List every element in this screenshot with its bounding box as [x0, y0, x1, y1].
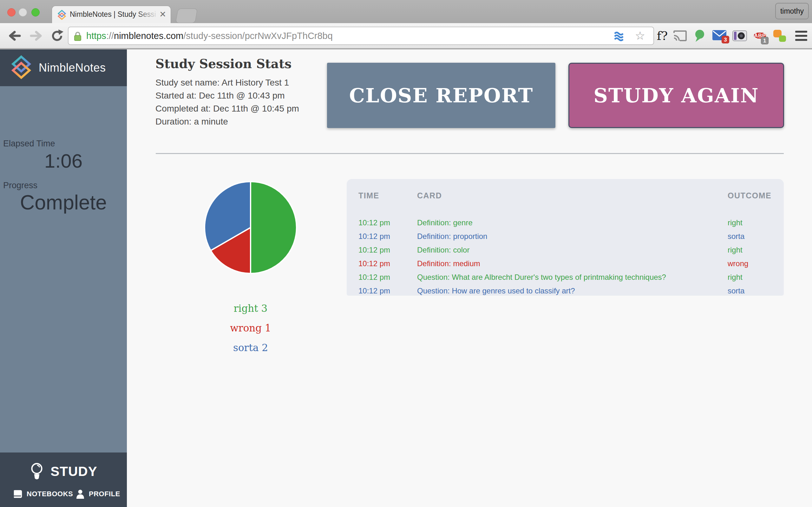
row-time: 10:12 pm — [358, 257, 390, 270]
ssl-lock-icon[interactable] — [73, 31, 82, 43]
row-outcome: right — [728, 270, 743, 284]
profile-label: PROFILE — [89, 490, 120, 498]
tab-close-icon[interactable]: ✕ — [159, 6, 166, 23]
completed-at: Completed at: Dec 11th @ 10:45 pm — [155, 102, 299, 115]
bookmark-star-icon[interactable]: ☆ — [635, 27, 645, 44]
chat-bubbles-extension-icon[interactable] — [771, 23, 788, 48]
row-time: 10:12 pm — [358, 284, 390, 297]
legend-item-wrong: wrong 1 — [203, 318, 298, 338]
nimblenotes-logo-icon — [11, 55, 32, 80]
new-tab-button[interactable] — [175, 9, 198, 23]
row-outcome: wrong — [728, 257, 748, 270]
camera-extension-icon[interactable] — [731, 23, 748, 48]
adblock-extension-icon[interactable]: ABP 1 — [751, 23, 769, 48]
study-label: STUDY — [50, 464, 97, 479]
row-card: Question: What are Albrecht Durer's two … — [417, 270, 666, 284]
elapsed-time-value: 1:06 — [0, 150, 127, 172]
window-close-button[interactable] — [7, 8, 15, 16]
table-row: 10:12 pm Question: What are Albrecht Dur… — [347, 270, 784, 284]
sidebar-item-study[interactable]: STUDY — [0, 457, 127, 486]
adblock-badge: 1 — [761, 37, 768, 44]
sidebar: NimbleNotes Elapsed Time 1:06 Progress C… — [0, 49, 127, 507]
header-time: TIME — [358, 191, 379, 200]
row-time: 10:12 pm — [358, 243, 390, 257]
titlebar: NimbleNotes | Study Sessi ✕ timothy — [0, 0, 812, 23]
row-card: Definition: medium — [417, 257, 480, 270]
url-domain: nimblenotes.com — [114, 31, 183, 41]
header-outcome: OUTCOME — [728, 191, 771, 200]
url-path: /study-session/pcrNwXvJFpThCr8bq — [183, 31, 333, 41]
back-icon — [7, 30, 21, 42]
font-finder-glyph: f? — [657, 29, 668, 43]
section-divider — [156, 153, 784, 154]
person-icon — [75, 489, 85, 499]
session-meta: Study set name: Art History Test 1 Start… — [155, 76, 299, 128]
session-table: TIME CARD OUTCOME 10:12 pm Definition: g… — [347, 179, 784, 296]
legend-item-right: right 3 — [203, 298, 298, 318]
window-minimize-button[interactable] — [19, 8, 27, 16]
row-card: Question: How are genres used to classif… — [417, 284, 575, 297]
outcomes-pie-chart — [203, 180, 298, 275]
study-again-button[interactable]: STUDY AGAIN — [568, 63, 784, 128]
cast-extension-icon[interactable] — [672, 23, 688, 48]
pie-slice-right — [251, 181, 297, 274]
table-row: 10:12 pm Definition: color right — [347, 243, 784, 257]
row-time: 10:12 pm — [358, 270, 390, 284]
row-card: Definition: genre — [417, 216, 473, 229]
sidebar-item-profile[interactable]: PROFILE — [75, 489, 120, 499]
speech-bubble-extension-icon[interactable] — [693, 23, 707, 48]
notebooks-label: NOTEBOOKS — [27, 490, 73, 498]
row-time: 10:12 pm — [358, 229, 390, 243]
browser-tab[interactable]: NimbleNotes | Study Sessi ✕ — [52, 6, 171, 23]
close-report-button[interactable]: CLOSE REPORT — [327, 63, 555, 128]
forward-button[interactable] — [29, 23, 44, 48]
forward-icon — [29, 30, 44, 42]
table-header: TIME CARD OUTCOME — [347, 191, 784, 201]
table-row: 10:12 pm Definition: genre right — [347, 216, 784, 229]
header-card: CARD — [417, 191, 442, 200]
sidebar-footer: STUDY NOTEBOOKS — [0, 452, 127, 507]
font-finder-extension-icon[interactable]: f? — [654, 23, 670, 48]
study-set-name: Study set name: Art History Test 1 — [155, 76, 299, 89]
sidebar-footer-row: NOTEBOOKS PROFILE — [0, 489, 127, 503]
lightbulb-icon — [30, 462, 44, 481]
row-outcome: right — [728, 243, 743, 257]
duration: Duration: a minute — [155, 115, 299, 128]
pie-legend: right 3 wrong 1 sorta 2 — [203, 298, 298, 357]
browser-toolbar: https://nimblenotes.com/study-session/pc… — [0, 23, 812, 49]
page-title: Study Session Stats — [155, 56, 292, 71]
table-row: 10:12 pm Definition: medium wrong — [347, 257, 784, 270]
row-outcome: sorta — [728, 284, 745, 297]
reader-extension-icon[interactable] — [613, 31, 626, 43]
url-text: https://nimblenotes.com/study-session/pc… — [86, 27, 333, 44]
row-card: Definition: proportion — [417, 229, 487, 243]
main-panel: Study Session Stats Study set name: Art … — [127, 49, 812, 507]
row-outcome: sorta — [728, 229, 745, 243]
mail-extension-icon[interactable]: 3 — [711, 23, 728, 48]
back-button[interactable] — [7, 23, 21, 48]
tab-title: NimbleNotes | Study Sessi — [70, 6, 159, 23]
notebook-icon — [12, 489, 23, 499]
mail-badge: 3 — [722, 36, 729, 43]
sidebar-header: NimbleNotes — [0, 49, 127, 86]
reload-icon — [50, 29, 64, 43]
browser-menu-button[interactable] — [794, 23, 808, 48]
elapsed-time-label: Elapsed Time — [3, 139, 55, 149]
brand-name: NimbleNotes — [39, 61, 106, 74]
row-time: 10:12 pm — [358, 216, 390, 229]
url-scheme: https — [86, 31, 106, 41]
table-row: 10:12 pm Question: How are genres used t… — [347, 284, 784, 297]
legend-item-sorta: sorta 2 — [203, 338, 298, 357]
address-bar[interactable]: https://nimblenotes.com/study-session/pc… — [68, 26, 654, 45]
window-zoom-button[interactable] — [32, 8, 40, 16]
browser-profile-badge[interactable]: timothy — [775, 3, 809, 19]
table-row: 10:12 pm Definition: proportion sorta — [347, 229, 784, 243]
url-separator: :// — [106, 31, 114, 41]
sidebar-item-notebooks[interactable]: NOTEBOOKS — [12, 489, 73, 499]
progress-value: Complete — [0, 191, 127, 214]
reload-button[interactable] — [50, 23, 64, 48]
row-card: Definition: color — [417, 243, 469, 257]
row-outcome: right — [728, 216, 743, 229]
progress-label: Progress — [3, 181, 38, 190]
started-at: Started at: Dec 11th @ 10:43 pm — [155, 89, 299, 102]
